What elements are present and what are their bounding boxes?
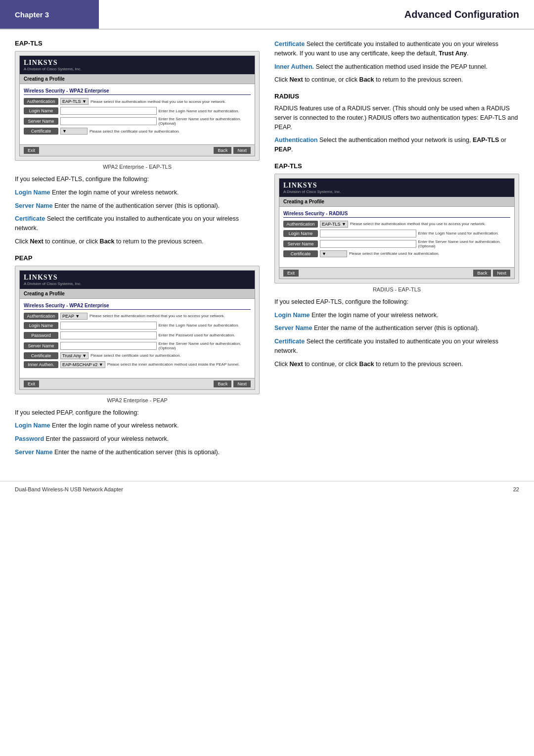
peap-server-body: Server Name Enter the name of the authen… [15, 448, 260, 457]
linksys-body: Wireless Security - WPA2 Enterprise Auth… [20, 84, 255, 141]
main-content: EAP-TLS LINKSYS A Division of Cisco Syst… [0, 30, 534, 471]
linksys-nav: Creating a Profile [20, 74, 255, 84]
linksys-row-auth: Authentication EAP-TLS ▼ Please select t… [24, 98, 251, 105]
login-desc: Enter the Login Name used for authentica… [159, 109, 251, 113]
peap-linksys-nav: Creating a Profile [20, 289, 255, 299]
server-input[interactable] [60, 117, 157, 125]
peap-nav-label: Creating a Profile [24, 291, 65, 296]
server-desc: Enter the Server Name used for authentic… [159, 117, 251, 126]
exit-button[interactable]: Exit [24, 147, 39, 154]
radius-auth-select[interactable]: EAP-TLS ▼ [320, 221, 348, 228]
radius-server-label: Server Name [283, 240, 318, 247]
radius-eaptls-label: EAP-TLS [274, 162, 519, 170]
peap-pass-input[interactable] [60, 331, 157, 339]
radius-linksys-logo: LINKSYS [283, 182, 510, 189]
eaptls-cert-desc: Certificate Select the certificate you i… [15, 214, 260, 233]
chapter-label: Chapter 3 [0, 0, 99, 29]
right-cert-term: Certificate [274, 41, 305, 47]
radius-login-desc: Enter the Login Name used for authentica… [418, 231, 511, 236]
peap-linksys-footer: Exit Back Next [20, 378, 255, 389]
footer-device: Dual-Band Wireless-N USB Network Adapter [15, 486, 123, 492]
radius-eaptls-screenshot: LINKSYS A Division of Cisco Systems, Inc… [274, 174, 519, 284]
login-input[interactable] [60, 107, 157, 115]
radius-cert-select[interactable]: ▼ [320, 250, 347, 257]
peap-server-desc: Enter the Server Name used for authentic… [159, 341, 251, 350]
peap-label: PEAP [15, 254, 260, 262]
radius-auth-term: Authentication [274, 137, 318, 143]
peap-login-label: Login Name [24, 322, 58, 329]
linksys-row-cert: Certificate ▼ Please select the certific… [24, 128, 251, 135]
radius-linksys-footer: Exit Back Next [279, 267, 514, 279]
radius-server-input[interactable] [320, 240, 416, 248]
chapter-text: Chapter 3 [15, 10, 49, 19]
radius-linksys-subtext: A Division of Cisco Systems, Inc. [283, 189, 510, 194]
radius-cert-body: Certificate Select the certificate you i… [274, 337, 519, 356]
auth-select[interactable]: EAP-TLS ▼ [60, 98, 89, 105]
radius-caption: RADIUS - EAP-TLS [274, 286, 519, 292]
peap-cert-select[interactable]: Trust Any ▼ [60, 352, 89, 359]
peap-back-button[interactable]: Back [214, 380, 231, 387]
right-inner-term: Inner Authen. [274, 63, 314, 70]
peap-row-cert: Certificate Trust Any ▼ Please select th… [24, 352, 251, 359]
radius-back-button[interactable]: Back [473, 270, 491, 277]
radius-cert-label: Certificate [283, 250, 318, 257]
eaptls-server-desc: Server Name Enter the name of the authen… [15, 201, 260, 211]
eaptls-nextback: Click Next to continue, or click Back to… [15, 237, 260, 246]
radius-nav-label: Creating a Profile [283, 199, 324, 204]
peap-next-button[interactable]: Next [233, 380, 251, 387]
radius-nextback: Click Next to continue, or click Back to… [274, 360, 519, 369]
radius-next-button[interactable]: Next [493, 270, 510, 277]
auth-desc: Please select the authentication method … [90, 99, 251, 104]
radius-row-cert: Certificate ▼ Please select the certific… [283, 250, 510, 257]
radius-auth-body: Authentication Select the authentication… [274, 136, 519, 154]
peap-linksys-header: LINKSYS A Division of Cisco Systems, Inc… [20, 271, 255, 289]
peap-intro: If you selected PEAP, configure the foll… [15, 408, 260, 418]
auth-label-btn: Authentication [24, 98, 58, 105]
radius-login-body: Login Name Enter the login name of your … [274, 311, 519, 320]
peap-pass-desc: Enter the Password used for authenticati… [159, 333, 251, 337]
peap-exit-button[interactable]: Exit [24, 380, 39, 387]
right-cert-text: Select the certificate you installed to … [274, 41, 498, 57]
linksys-subtext: A Division of Cisco Systems, Inc. [24, 67, 251, 71]
peap-inner-select[interactable]: EAP-MSCHAP v2 ▼ [60, 361, 105, 368]
right-column: Certificate Select the certificate you i… [274, 40, 519, 461]
cert-select[interactable]: ▼ [60, 128, 88, 135]
radius-row-server: Server Name Enter the Server Name used f… [283, 239, 510, 248]
eaptls-login-text: Enter the login name of your wireless ne… [52, 189, 178, 196]
server-label-btn: Server Name [24, 118, 58, 125]
next-button[interactable]: Next [233, 147, 251, 154]
eaptls-intro: If you selected EAP-TLS, configure the f… [15, 175, 260, 184]
radius-row-auth: Authentication EAP-TLS ▼ Please select t… [283, 221, 510, 228]
linksys-header: LINKSYS A Division of Cisco Systems, Inc… [20, 56, 255, 74]
eaptls-login-term: Login Name [15, 189, 50, 196]
linksys-peap-ui: LINKSYS A Division of Cisco Systems, Inc… [19, 270, 255, 390]
radius-server-name-term: Server Name [274, 325, 312, 331]
peap-cert-label: Certificate [24, 352, 58, 359]
footer-page: 22 [513, 486, 519, 492]
peap-login-input[interactable] [60, 322, 157, 330]
right-inner-body: Inner Authen. Select the authentication … [274, 62, 519, 72]
peap-linksys-body: Wireless Security - WPA2 Enterprise Auth… [20, 299, 255, 374]
peap-pass-label: Password [24, 332, 58, 339]
peap-section-title: Wireless Security - WPA2 Enterprise [24, 303, 251, 310]
back-button[interactable]: Back [214, 147, 231, 154]
radius-exit-button[interactable]: Exit [283, 270, 299, 277]
cert-desc: Please select the certificate used for a… [89, 129, 251, 134]
eaptls-label: EAP-TLS [15, 40, 260, 47]
peap-server-input[interactable] [60, 342, 157, 350]
eaptls-cert-term: Certificate [15, 215, 45, 222]
peap-inner-label: Inner Authen. [24, 361, 58, 368]
peap-login-text: Enter the login name of your wireless ne… [52, 422, 178, 429]
radius-section-title: Wireless Security - RADIUS [283, 211, 510, 218]
peap-row-auth: Authentication PEAP ▼ Please select the … [24, 313, 251, 320]
radius-linksys-header: LINKSYS A Division of Cisco Systems, Inc… [279, 179, 514, 197]
eaptls-server-term: Server Name [15, 202, 52, 209]
right-cert-body: Certificate Select the certificate you i… [274, 40, 519, 58]
eaptls-server-text: Enter the name of the authentication ser… [54, 202, 220, 209]
peap-auth-select[interactable]: PEAP ▼ [60, 313, 88, 320]
radius-cert-desc: Please select the certificate used for a… [349, 251, 510, 256]
radius-login-input[interactable] [320, 230, 416, 237]
peap-screenshot: LINKSYS A Division of Cisco Systems, Inc… [15, 266, 260, 394]
peap-inner-desc: Please select the inner authentication m… [107, 362, 251, 367]
radius-login-label: Login Name [283, 230, 318, 237]
